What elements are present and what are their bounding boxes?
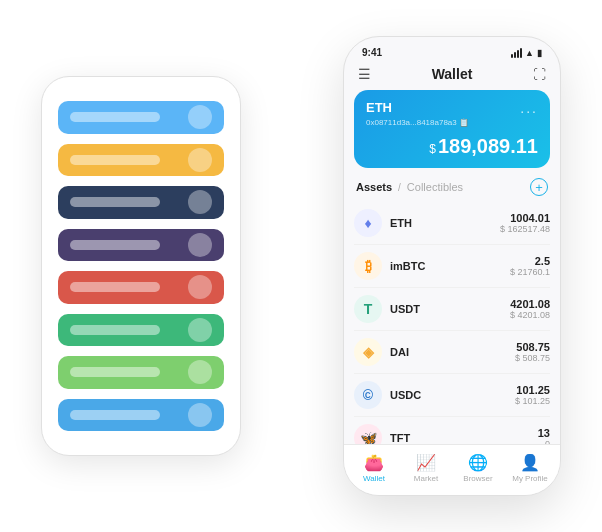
back-card-label: [70, 155, 160, 165]
phone-header: ☰ Wallet ⛶: [344, 62, 560, 90]
asset-right: 2.5$ 21760.1: [510, 255, 550, 277]
battery-icon: ▮: [537, 48, 542, 58]
back-card-row: [58, 314, 224, 347]
back-card-icon: [188, 105, 212, 129]
back-card-label: [70, 197, 160, 207]
back-card-row: [58, 186, 224, 219]
nav-item-browser[interactable]: 🌐Browser: [452, 453, 504, 483]
back-card-row: [58, 101, 224, 134]
asset-coin-icon: ♦: [354, 209, 382, 237]
asset-item[interactable]: ₿imBTC2.5$ 21760.1: [354, 245, 550, 288]
asset-right: 1004.01$ 162517.48: [500, 212, 550, 234]
tab-assets[interactable]: Assets: [356, 181, 392, 193]
back-card-row: [58, 229, 224, 262]
assets-header: Assets / Collectibles +: [344, 178, 560, 202]
nav-icon-my-profile: 👤: [520, 453, 540, 472]
asset-name-label: imBTC: [390, 260, 425, 272]
wallet-more-icon[interactable]: ...: [520, 100, 538, 116]
nav-label-wallet: Wallet: [363, 474, 385, 483]
nav-icon-market: 📈: [416, 453, 436, 472]
wallet-card[interactable]: ETH ... 0x08711d3a...8418a78a3 📋 $189,08…: [354, 90, 550, 168]
back-card-row: [58, 356, 224, 389]
asset-coin-icon: ₿: [354, 252, 382, 280]
nav-item-wallet[interactable]: 👛Wallet: [348, 453, 400, 483]
asset-left: ◈DAI: [354, 338, 409, 366]
nav-label-my-profile: My Profile: [512, 474, 548, 483]
status-bar: 9:41 ▲ ▮: [344, 37, 560, 62]
back-card-icon: [188, 275, 212, 299]
back-card-icon: [188, 148, 212, 172]
time-label: 9:41: [362, 47, 382, 58]
asset-left: ©USDC: [354, 381, 421, 409]
address-copy-icon[interactable]: 📋: [459, 118, 469, 127]
back-card-icon: [188, 360, 212, 384]
asset-amount-label: 13: [538, 427, 550, 439]
asset-amount-label: 101.25: [515, 384, 550, 396]
status-icons: ▲ ▮: [511, 48, 542, 58]
nav-icon-wallet: 👛: [364, 453, 384, 472]
nav-item-market[interactable]: 📈Market: [400, 453, 452, 483]
asset-name-label: TFT: [390, 432, 410, 444]
asset-coin-icon: ©: [354, 381, 382, 409]
asset-coin-icon: ◈: [354, 338, 382, 366]
asset-left: ₿imBTC: [354, 252, 425, 280]
asset-item[interactable]: ♦ETH1004.01$ 162517.48: [354, 202, 550, 245]
expand-icon[interactable]: ⛶: [533, 67, 546, 82]
back-card-icon: [188, 233, 212, 257]
asset-item[interactable]: TUSDT4201.08$ 4201.08: [354, 288, 550, 331]
nav-label-browser: Browser: [463, 474, 492, 483]
asset-coin-icon: 🦋: [354, 424, 382, 444]
signal-icon: [511, 48, 522, 58]
asset-left: 🦋TFT: [354, 424, 410, 444]
back-card-label: [70, 325, 160, 335]
phone-front: 9:41 ▲ ▮ ☰ Wallet ⛶ ETH ...: [343, 36, 561, 496]
asset-amount-label: 508.75: [515, 341, 550, 353]
phone-back: [41, 76, 241, 456]
asset-amount-label: 4201.08: [510, 298, 550, 310]
wallet-coin-label: ETH: [366, 100, 392, 115]
asset-item[interactable]: ◈DAI508.75$ 508.75: [354, 331, 550, 374]
tab-divider: /: [398, 182, 401, 193]
asset-item[interactable]: 🦋TFT130: [354, 417, 550, 444]
back-card-icon: [188, 318, 212, 342]
menu-icon[interactable]: ☰: [358, 66, 371, 82]
asset-left: TUSDT: [354, 295, 420, 323]
asset-right: 4201.08$ 4201.08: [510, 298, 550, 320]
asset-usd-label: $ 162517.48: [500, 224, 550, 234]
back-card-label: [70, 240, 160, 250]
back-card-row: [58, 144, 224, 177]
back-card-icon: [188, 190, 212, 214]
asset-usd-label: $ 508.75: [515, 353, 550, 363]
add-asset-button[interactable]: +: [530, 178, 548, 196]
asset-name-label: USDC: [390, 389, 421, 401]
bottom-nav: 👛Wallet📈Market🌐Browser👤My Profile: [344, 444, 560, 495]
asset-list: ♦ETH1004.01$ 162517.48₿imBTC2.5$ 21760.1…: [344, 202, 560, 444]
tab-collectibles[interactable]: Collectibles: [407, 181, 463, 193]
asset-amount-label: 1004.01: [500, 212, 550, 224]
asset-right: 508.75$ 508.75: [515, 341, 550, 363]
asset-right: 101.25$ 101.25: [515, 384, 550, 406]
page-title: Wallet: [432, 66, 473, 82]
back-card-label: [70, 367, 160, 377]
scene: 9:41 ▲ ▮ ☰ Wallet ⛶ ETH ...: [11, 11, 591, 521]
asset-usd-label: $ 4201.08: [510, 310, 550, 320]
back-card-label: [70, 112, 160, 122]
back-card-label: [70, 282, 160, 292]
asset-left: ♦ETH: [354, 209, 412, 237]
nav-icon-browser: 🌐: [468, 453, 488, 472]
asset-usd-label: $ 101.25: [515, 396, 550, 406]
assets-tabs: Assets / Collectibles: [356, 181, 463, 193]
asset-item[interactable]: ©USDC101.25$ 101.25: [354, 374, 550, 417]
asset-name-label: USDT: [390, 303, 420, 315]
nav-item-my-profile[interactable]: 👤My Profile: [504, 453, 556, 483]
back-card-row: [58, 399, 224, 432]
asset-name-label: DAI: [390, 346, 409, 358]
back-card-row: [58, 271, 224, 304]
asset-coin-icon: T: [354, 295, 382, 323]
back-card-icon: [188, 403, 212, 427]
asset-name-label: ETH: [390, 217, 412, 229]
wallet-address: 0x08711d3a...8418a78a3 📋: [366, 118, 538, 127]
wallet-card-top: ETH ...: [366, 100, 538, 116]
asset-right: 130: [538, 427, 550, 444]
wallet-balance: $189,089.11: [366, 135, 538, 158]
